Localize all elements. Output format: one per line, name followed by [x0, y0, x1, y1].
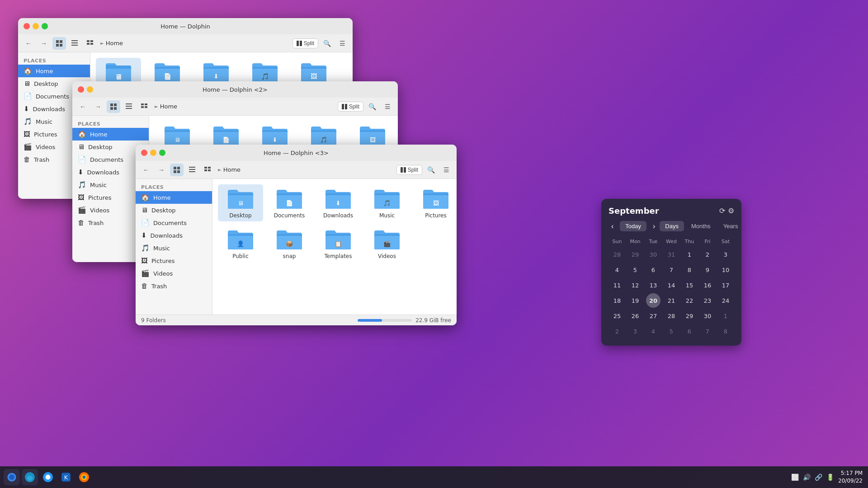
cal-day-14[interactable]: 14 — [664, 278, 679, 292]
sidebar-item-desktop-3[interactable]: 🖥 Desktop — [136, 204, 212, 216]
cal-day-13[interactable]: 13 — [646, 278, 660, 292]
search-button-3[interactable]: 🔍 — [424, 164, 438, 176]
cal-day-20-today[interactable]: 20 — [646, 293, 660, 308]
cal-day-29-prev[interactable]: 29 — [628, 247, 642, 262]
cal-day-3-next[interactable]: 3 — [628, 324, 642, 338]
search-button-1[interactable]: 🔍 — [320, 37, 334, 50]
cal-day-15[interactable]: 15 — [682, 278, 697, 292]
cal-day-28-prev[interactable]: 28 — [610, 247, 624, 262]
cal-day-12[interactable]: 12 — [628, 278, 642, 292]
cal-day-26[interactable]: 26 — [628, 309, 642, 323]
sidebar-item-documents-3[interactable]: 📄 Documents — [136, 216, 212, 229]
cal-day-5-next[interactable]: 5 — [664, 324, 679, 338]
cal-day-17[interactable]: 17 — [718, 278, 733, 292]
folder-snap-3[interactable]: 📦 snap — [267, 225, 312, 262]
calendar-settings-icon[interactable]: ⚙ — [728, 206, 734, 215]
folder-downloads-3[interactable]: ⬇ Downloads — [316, 184, 361, 221]
calendar-next-button[interactable]: › — [650, 221, 658, 231]
view-list-button-1[interactable] — [68, 37, 81, 50]
tray-screen-icon[interactable]: ⬜ — [790, 473, 799, 482]
back-button-2[interactable]: ← — [76, 100, 90, 113]
calendar-prev-button[interactable]: ‹ — [609, 221, 616, 231]
cal-day-23[interactable]: 23 — [700, 293, 715, 308]
taskbar-time[interactable]: 5:17 PM 20/09/22 — [838, 469, 863, 485]
folder-music-3[interactable]: 🎵 Music — [364, 184, 410, 221]
taskbar-dolphin-icon[interactable] — [22, 469, 38, 485]
calendar-tab-months[interactable]: Months — [686, 221, 716, 231]
cal-day-8[interactable]: 8 — [682, 263, 697, 277]
sidebar-item-home-3[interactable]: 🏠 Home — [136, 191, 212, 204]
breadcrumb-path-2[interactable]: Home — [160, 103, 177, 110]
cal-day-6[interactable]: 6 — [646, 263, 660, 277]
maximize-button-3[interactable] — [159, 150, 165, 156]
calendar-refresh-icon[interactable]: ⟳ — [719, 206, 725, 215]
breadcrumb-path-1[interactable]: Home — [106, 40, 123, 47]
breadcrumb-path-3[interactable]: Home — [223, 166, 241, 173]
tray-network-icon[interactable]: 🔗 — [814, 473, 823, 482]
folder-pictures-3[interactable]: 🖼 Pictures — [413, 184, 457, 221]
cal-day-4-next[interactable]: 4 — [646, 324, 660, 338]
menu-button-3[interactable]: ☰ — [439, 164, 453, 176]
cal-day-30[interactable]: 30 — [700, 309, 715, 323]
sidebar-item-music-3[interactable]: 🎵 Music — [136, 242, 212, 254]
close-button-1[interactable] — [24, 23, 30, 29]
view-grid-button-2[interactable] — [107, 100, 120, 113]
cal-day-8-next[interactable]: 8 — [718, 324, 733, 338]
sidebar-item-pictures-3[interactable]: 🖼 Pictures — [136, 254, 212, 267]
cal-day-31-prev[interactable]: 31 — [664, 247, 679, 262]
folder-public-3[interactable]: 👤 Public — [218, 225, 263, 262]
search-button-2[interactable]: 🔍 — [365, 100, 379, 113]
maximize-button-1[interactable] — [42, 23, 48, 29]
sidebar-item-videos-3[interactable]: 🎬 Videos — [136, 267, 212, 280]
cal-day-16[interactable]: 16 — [700, 278, 715, 292]
cal-day-4[interactable]: 4 — [610, 263, 624, 277]
folder-videos-3[interactable]: 🎬 Videos — [364, 225, 410, 262]
close-button-3[interactable] — [141, 150, 147, 156]
cal-day-1-next[interactable]: 1 — [718, 309, 733, 323]
forward-button-1[interactable]: → — [37, 37, 51, 50]
taskbar-discover-icon[interactable] — [40, 469, 56, 485]
close-button-2[interactable] — [78, 86, 84, 93]
cal-day-1[interactable]: 1 — [682, 247, 697, 262]
forward-button-3[interactable]: → — [155, 164, 168, 176]
cal-day-11[interactable]: 11 — [610, 278, 624, 292]
cal-day-9[interactable]: 9 — [700, 263, 715, 277]
cal-day-27[interactable]: 27 — [646, 309, 660, 323]
back-button-1[interactable]: ← — [22, 37, 35, 50]
minimize-button-1[interactable] — [33, 23, 39, 29]
menu-button-1[interactable]: ☰ — [335, 37, 349, 50]
cal-day-25[interactable]: 25 — [610, 309, 624, 323]
sidebar-item-downloads-3[interactable]: ⬇ Downloads — [136, 229, 212, 242]
view-grid-button-3[interactable] — [170, 164, 184, 176]
split-button-3[interactable]: Split — [396, 165, 422, 175]
cal-day-2[interactable]: 2 — [700, 247, 715, 262]
forward-button-2[interactable]: → — [91, 100, 105, 113]
menu-button-2[interactable]: ☰ — [381, 100, 394, 113]
folder-templates-3[interactable]: 📋 Templates — [316, 225, 361, 262]
folder-documents-3[interactable]: 📄 Documents — [267, 184, 312, 221]
cal-day-7[interactable]: 7 — [664, 263, 679, 277]
taskbar-plasma-icon[interactable]: K — [58, 469, 74, 485]
view-list-button-3[interactable] — [185, 164, 199, 176]
cal-day-6-next[interactable]: 6 — [682, 324, 697, 338]
calendar-tab-today[interactable]: Today — [620, 221, 646, 231]
cal-day-3[interactable]: 3 — [718, 247, 733, 262]
cal-day-30-prev[interactable]: 30 — [646, 247, 660, 262]
cal-day-2-next[interactable]: 2 — [610, 324, 624, 338]
cal-day-21[interactable]: 21 — [664, 293, 679, 308]
back-button-3[interactable]: ← — [139, 164, 153, 176]
view-list-button-2[interactable] — [122, 100, 136, 113]
view-grid-button-1[interactable] — [52, 37, 66, 50]
taskbar-app-icon[interactable] — [4, 469, 20, 485]
split-button-1[interactable]: Split — [292, 38, 318, 48]
taskbar-firefox-icon[interactable] — [76, 469, 92, 485]
cal-day-18[interactable]: 18 — [610, 293, 624, 308]
cal-day-5[interactable]: 5 — [628, 263, 642, 277]
sidebar-item-home-2[interactable]: 🏠 Home — [72, 128, 149, 141]
calendar-tab-days[interactable]: Days — [660, 221, 684, 231]
cal-day-19[interactable]: 19 — [628, 293, 642, 308]
view-compact-button-3[interactable] — [201, 164, 214, 176]
cal-day-24[interactable]: 24 — [718, 293, 733, 308]
sidebar-item-home-1[interactable]: 🏠 Home — [18, 65, 90, 77]
minimize-button-2[interactable] — [87, 86, 93, 93]
